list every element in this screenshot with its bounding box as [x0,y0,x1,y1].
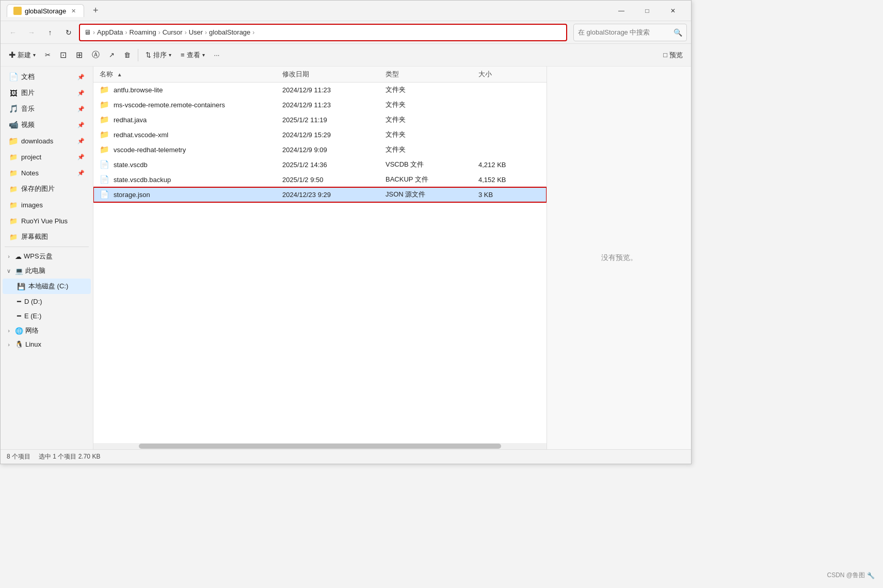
file-icon: 📄 [100,190,109,199]
sidebar-item-project[interactable]: 📁 project 📌 [3,149,91,165]
breadcrumb-globalstorage[interactable]: globalStorage [209,28,250,36]
col-header-size[interactable]: 大小 [478,70,540,79]
sidebar-item-images[interactable]: 📁 images [3,197,91,213]
close-button[interactable]: ✕ [661,3,685,19]
share-icon: ↗ [109,51,115,59]
file-modified: 2024/12/9 15:29 [282,131,386,139]
window-controls: — □ ✕ [609,3,685,19]
sidebar-item-ruoyi[interactable]: 📁 RuoYi Vue Plus [3,213,91,228]
title-bar-left: globalStorage ✕ + [7,4,609,18]
maximize-button[interactable]: □ [635,3,659,19]
table-row[interactable]: 📁 antfu.browse-lite 2024/12/9 11:23 文件夹 [93,83,547,97]
search-icon: 🔍 [673,28,682,37]
table-row[interactable]: 📄 storage.json 2024/12/23 9:29 JSON 源文件 … [93,187,547,202]
sidebar-item-music[interactable]: 🎵 音乐 📌 [3,101,91,117]
tab-title: globalStorage [25,7,66,15]
images-icon: 📁 [9,200,18,209]
table-row[interactable]: 📁 ms-vscode-remote.remote-containers 202… [93,97,547,112]
search-box[interactable]: 🔍 [573,24,687,41]
delete-button[interactable]: 🗑 [120,47,135,63]
sidebar-item-saved-pictures[interactable]: 📁 保存的图片 [3,181,91,197]
sidebar-label-videos: 视频 [21,120,35,129]
sidebar-item-notes[interactable]: 📁 Notes 📌 [3,165,91,181]
folder-icon: 📁 [100,145,109,154]
col-header-type[interactable]: 类型 [386,70,478,79]
file-type: 文件夹 [386,130,478,139]
sidebar-item-drive-e[interactable]: ━ E (E:) [3,309,91,323]
preview-button[interactable]: □ 预览 [659,47,687,63]
sidebar-item-this-pc[interactable]: ∨ 💻 此电脑 [1,264,93,278]
new-button[interactable]: ✚ 新建 ▾ [5,47,40,63]
horizontal-scrollbar[interactable] [93,443,547,449]
file-size: 4,152 KB [478,176,540,184]
rename-button[interactable]: Ⓐ [88,47,104,63]
col-modified-label: 修改日期 [282,70,309,78]
address-bar[interactable]: 🖥 › AppData › Roaming › Cursor › User › … [79,24,567,41]
forward-button[interactable]: → [23,24,40,41]
sidebar-item-linux[interactable]: › 🐧 Linux [1,338,93,351]
copy-button[interactable]: ⊡ [56,47,71,63]
col-header-modified[interactable]: 修改日期 [282,70,386,79]
cut-button[interactable]: ✂ [41,47,55,63]
file-name: ms-vscode-remote.remote-containers [114,101,225,109]
drive-c-icon: 💾 [17,283,25,290]
sidebar-item-network[interactable]: › 🌐 网络 [1,323,93,338]
expand-icon-wps: › [5,253,13,259]
table-row[interactable]: 📄 state.vscdb.backup 2025/1/2 9:50 BACKU… [93,172,547,187]
sidebar-item-drive-d[interactable]: ━ D (D:) [3,295,91,308]
refresh-button[interactable]: ↻ [60,24,77,41]
file-type: 文件夹 [386,145,478,154]
share-button[interactable]: ↗ [105,47,119,63]
back-button[interactable]: ← [5,24,21,41]
sidebar-item-drive-c[interactable]: 💾 本地磁盘 (C:) [3,279,91,294]
watermark-icon: 🔧 [867,572,875,579]
breadcrumb-roaming[interactable]: Roaming [130,28,156,36]
up-button[interactable]: ↑ [42,24,58,41]
breadcrumb-user[interactable]: User [189,28,203,36]
search-input[interactable] [578,28,671,36]
sort-button[interactable]: ⇅ 排序 ▾ [141,47,175,63]
new-tab-button[interactable]: + [88,4,103,18]
network-icon: 🌐 [15,327,23,335]
sidebar-item-screenshots[interactable]: 📁 屏幕截图 [3,229,91,244]
sidebar-item-pictures[interactable]: 🖼 图片 📌 [3,85,91,101]
drive-e-icon: ━ [17,312,21,320]
file-modified: 2025/1/2 11:19 [282,116,386,124]
new-dropdown-icon: ▾ [33,52,36,58]
table-row[interactable]: 📁 vscode-redhat-telemetry 2024/12/9 9:09… [93,142,547,157]
preview-label: 预览 [669,51,683,60]
breadcrumb-cursor[interactable]: Cursor [163,28,183,36]
active-tab[interactable]: globalStorage ✕ [7,4,84,17]
file-modified: 2024/12/23 9:29 [282,191,386,199]
pin-icon-pictures: 📌 [77,90,85,96]
table-row[interactable]: 📁 redhat.vscode-xml 2024/12/9 15:29 文件夹 [93,127,547,142]
sidebar-item-downloads[interactable]: 📁 downloads 📌 [3,133,91,149]
sidebar-item-wps-cloud[interactable]: › ☁ WPS云盘 [1,249,93,264]
more-icon: ··· [214,51,220,59]
new-label: 新建 [18,51,31,60]
network-label: 网络 [25,326,39,335]
watermark: CSDN @鲁图 🔧 [827,571,875,580]
paste-button[interactable]: ⊞ [72,47,87,63]
file-list: 📁 antfu.browse-lite 2024/12/9 11:23 文件夹 … [93,83,547,443]
file-name: redhat.java [114,116,147,124]
pin-icon-videos: 📌 [77,122,85,128]
minimize-button[interactable]: — [609,3,633,19]
drive-d-icon: ━ [17,298,21,305]
table-row[interactable]: 📄 state.vscdb 2025/1/2 14:36 VSCDB 文件 4,… [93,157,547,172]
file-name-cell: 📁 redhat.vscode-xml [100,130,282,139]
sidebar-item-videos[interactable]: 📹 视频 📌 [3,117,91,133]
sidebar-item-documents[interactable]: 📄 文档 📌 [3,69,91,85]
table-row[interactable]: 📁 redhat.java 2025/1/2 11:19 文件夹 [93,112,547,127]
file-modified: 2025/1/2 9:50 [282,176,386,184]
col-header-name[interactable]: 名称 ▲ [100,70,282,79]
view-button[interactable]: ≡ 查看 ▾ [176,47,209,63]
pin-icon-downloads: 📌 [77,138,85,144]
more-button[interactable]: ··· [210,47,224,63]
scrollbar-thumb [139,444,501,449]
tab-close-button[interactable]: ✕ [69,7,77,15]
breadcrumb-appdata[interactable]: AppData [97,28,123,36]
col-type-label: 类型 [386,70,399,78]
file-name-cell: 📄 storage.json [100,190,282,199]
saved-pictures-icon: 📁 [9,184,18,193]
